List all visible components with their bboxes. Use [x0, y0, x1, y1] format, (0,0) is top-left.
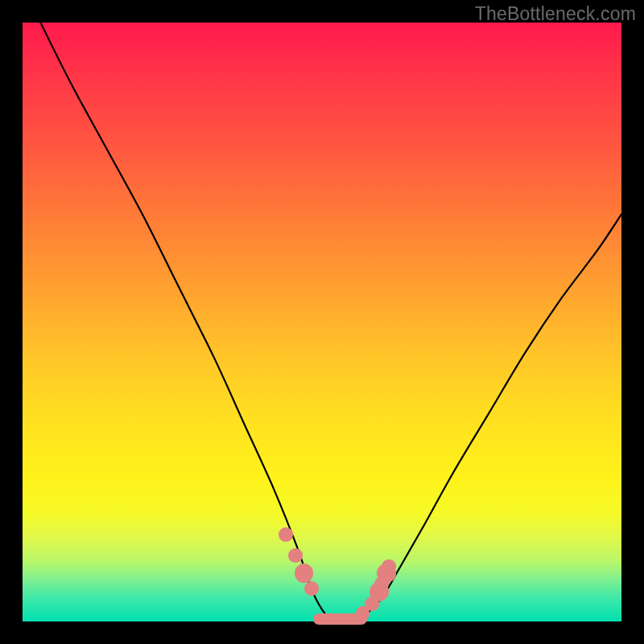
bottleneck-curve — [40, 23, 621, 622]
curve-layer — [23, 23, 621, 621]
curve-marker — [382, 559, 396, 574]
curve-marker — [295, 564, 314, 584]
curve-marker — [304, 581, 319, 596]
valley-bar — [313, 613, 367, 625]
chart-frame: TheBottleneck.com — [0, 0, 644, 644]
plot-area — [23, 23, 621, 621]
curve-marker — [279, 527, 293, 542]
watermark-text: TheBottleneck.com — [475, 3, 636, 25]
curve-marker — [288, 548, 303, 563]
